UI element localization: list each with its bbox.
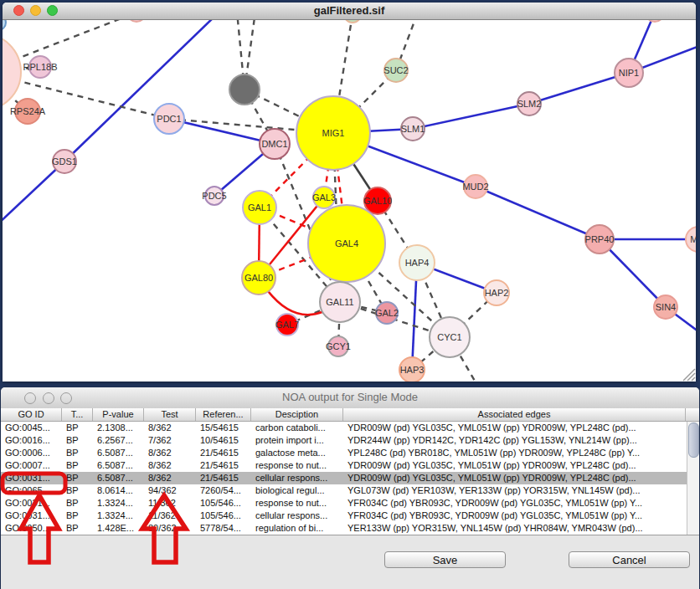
cell-p_value: 1.428E...: [93, 522, 144, 535]
cell-test: 11/362: [144, 497, 196, 510]
cell-p_value: 6.5087...: [93, 459, 144, 472]
cell-type: BP: [62, 497, 93, 510]
cell-reference: 5778/54...: [196, 522, 251, 535]
table-row-selected[interactable]: GO:0031...BP6.5087...8/36221/54615cellul…: [1, 472, 699, 484]
cell-type: BP: [62, 484, 93, 497]
cell-test: 8/362: [144, 472, 196, 484]
table-row[interactable]: GO:0050...BP1.428E...80/3625778/54...reg…: [1, 522, 699, 535]
table-row[interactable]: GO:0031...BP1.3324...11/362105/546...res…: [1, 497, 699, 510]
cell-associated_edges: YFR034C (pd) YBR093C, YDR009W (pd) YGL03…: [343, 497, 686, 510]
cell-description: regulation of bi...: [251, 522, 343, 535]
noa-window-title: NOA output for Single Mode: [1, 391, 699, 403]
cell-type: BP: [62, 434, 93, 447]
cell-p_value: 6.5087...: [93, 447, 144, 459]
table-row[interactable]: GO:0016...BP6.2567...7/36210/54615protei…: [1, 434, 699, 447]
cell-go_id: GO:0006...: [1, 447, 62, 459]
scrollbar-thumb[interactable]: [688, 423, 699, 458]
cell-test: 7/362: [144, 434, 196, 447]
cell-reference: 105/546...: [196, 510, 251, 522]
network-window-titlebar[interactable]: galFiltered.sif: [3, 3, 696, 20]
cell-description: carbon cataboli...: [251, 422, 343, 434]
cell-test: 8/362: [144, 447, 196, 459]
column-header-reference[interactable]: Referen...: [196, 408, 251, 421]
cell-go_id: GO:0031...: [1, 510, 62, 522]
cell-associated_edges: YER133W (pp) YOR315W, YNL145W (pd) YHR08…: [343, 522, 686, 535]
cell-test: 94/362: [144, 484, 196, 497]
cell-reference: 21/54615: [196, 447, 251, 459]
cell-description: galactose meta...: [251, 447, 343, 459]
noa-window-titlebar[interactable]: NOA output for Single Mode: [1, 387, 699, 409]
cell-description: biological regul...: [251, 484, 343, 497]
column-header-type[interactable]: T...: [62, 408, 93, 421]
cell-test: 8/362: [144, 459, 196, 472]
table-row[interactable]: GO:0045...BP2.1308...8/36215/54615carbon…: [1, 422, 699, 434]
cell-reference: 15/54615: [196, 422, 251, 434]
cell-go_id: GO:0065...: [1, 484, 62, 497]
cell-type: BP: [62, 422, 93, 434]
cell-p_value: 8.0614...: [93, 484, 144, 497]
cell-reference: 21/54615: [196, 472, 251, 484]
network-window: galFiltered.sif RPL18BRPS24AGDS1PDC1DMC1…: [3, 3, 696, 382]
column-header-p_value[interactable]: P-value: [93, 408, 144, 421]
cell-p_value: 6.2567...: [93, 434, 144, 447]
cell-reference: 21/54615: [196, 459, 251, 472]
table-row[interactable]: GO:0065...BP8.0614...94/3627260/54...bio…: [1, 484, 699, 497]
cell-description: cellular respons...: [251, 510, 343, 522]
save-button[interactable]: Save: [384, 551, 506, 568]
table-row[interactable]: GO:0031...BP1.3324...11/362105/546...cel…: [1, 510, 699, 522]
cell-type: BP: [62, 522, 93, 535]
cell-description: protein import i...: [251, 434, 343, 447]
cell-type: BP: [62, 510, 93, 522]
cell-associated_edges: YFR034C (pd) YBR093C, YDR009W (pd) YGL03…: [343, 510, 686, 522]
cell-reference: 105/546...: [196, 497, 251, 510]
column-header-test[interactable]: Test: [144, 408, 196, 421]
cell-go_id: GO:0050...: [1, 522, 62, 535]
vertical-scrollbar[interactable]: [687, 422, 699, 535]
cell-associated_edges: YGL073W (pd) YER103W, YER133W (pp) YOR31…: [343, 484, 686, 497]
column-header-filler: [686, 408, 699, 421]
cell-go_id: GO:0031...: [1, 472, 62, 484]
cancel-button[interactable]: Cancel: [569, 551, 690, 568]
cell-type: BP: [62, 472, 93, 484]
table-header-row: GO IDT...P-valueTestReferen...Desciption…: [1, 408, 699, 422]
cell-p_value: 2.1308...: [93, 422, 144, 434]
cell-go_id: GO:0031...: [1, 497, 62, 510]
cell-description: cellular respons...: [251, 472, 343, 484]
cell-test: 80/362: [144, 522, 196, 535]
cell-test: 11/362: [144, 510, 196, 522]
cell-description: response to nut...: [251, 497, 343, 510]
cell-associated_edges: YDR244W (pp) YDR142C, YDR142C (pp) YGL15…: [343, 434, 686, 447]
cell-type: BP: [62, 459, 93, 472]
cell-associated_edges: YDR009W (pd) YGL035C, YML051W (pp) YDR00…: [343, 472, 686, 484]
cell-reference: 7260/54...: [196, 484, 251, 497]
cell-p_value: 6.5087...: [93, 472, 144, 484]
cell-type: BP: [62, 447, 93, 459]
table-row[interactable]: GO:0006...BP6.5087...8/36221/54615galact…: [1, 447, 699, 459]
cell-associated_edges: YPL248C (pd) YBR018C, YML051W (pp) YDR00…: [343, 447, 686, 459]
cell-p_value: 1.3324...: [93, 497, 144, 510]
column-header-go_id[interactable]: GO ID: [1, 408, 62, 421]
column-header-associated_edges[interactable]: Associated edges: [343, 408, 686, 421]
cell-go_id: GO:0016...: [1, 434, 62, 447]
column-header-description[interactable]: Desciption: [251, 408, 343, 421]
cell-associated_edges: YDR009W (pd) YGL035C, YML051W (pp) YDR00…: [343, 422, 686, 434]
noa-results-table: GO IDT...P-valueTestReferen...Desciption…: [1, 408, 699, 535]
cell-go_id: GO:0045...: [1, 422, 62, 434]
table-row[interactable]: GO:0007...BP6.5087...8/36221/54615respon…: [1, 459, 699, 472]
cell-associated_edges: YDR009W (pd) YGL035C, YML051W (pp) YDR00…: [343, 459, 686, 472]
cell-go_id: GO:0007...: [1, 459, 62, 472]
cell-reference: 10/54615: [196, 434, 251, 447]
noa-window: NOA output for Single Mode GO IDT...P-va…: [1, 387, 699, 589]
cell-description: response to nut...: [251, 459, 343, 472]
network-window-title: galFiltered.sif: [3, 4, 696, 17]
network-canvas[interactable]: RPL18BRPS24AGDS1PDC1DMC1MIG1SUC2SLM1SLM2…: [3, 20, 696, 382]
cell-p_value: 1.3324...: [93, 510, 144, 522]
table-body: GO:0045...BP2.1308...8/36215/54615carbon…: [1, 422, 699, 535]
cell-test: 8/362: [144, 422, 196, 434]
resize-grip[interactable]: [3, 20, 696, 382]
